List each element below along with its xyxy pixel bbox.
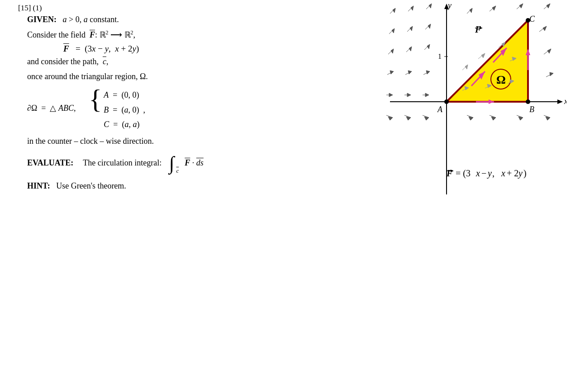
svg-text:x: x bbox=[475, 168, 480, 178]
brace-content: A = (0, 0) B = (a, 0) , C = (a, a) bbox=[104, 85, 145, 132]
svg-marker-45 bbox=[543, 26, 547, 31]
omega-label: Ω bbox=[496, 73, 506, 86]
point-a: A = (0, 0) bbox=[104, 88, 145, 102]
consider-line: Consider the field F: ℝ2 ⟶ ℝ2, bbox=[27, 28, 308, 41]
svg-marker-23 bbox=[426, 71, 430, 74]
svg-marker-39 bbox=[492, 6, 496, 10]
svg-marker-21 bbox=[408, 71, 412, 74]
once-around-line: once around the triangular region, Ω. bbox=[27, 71, 308, 83]
svg-marker-47 bbox=[547, 49, 551, 53]
y-tick-label: 1 bbox=[438, 52, 442, 60]
diagram: y x Ω A B bbox=[367, 0, 566, 217]
integral-subscript: c bbox=[176, 168, 179, 174]
consider-text: Consider the field F: ℝ2 ⟶ ℝ2, bbox=[27, 30, 135, 39]
evaluate-line: EVALUATE: The circulation integral: ∫ c … bbox=[27, 154, 308, 173]
svg-marker-13 bbox=[391, 49, 394, 53]
f-equation: F = (3x − y, x + 2y) bbox=[63, 44, 308, 54]
point-c: C = (a, a) bbox=[104, 118, 145, 132]
svg-text:+ 2: + 2 bbox=[507, 168, 518, 178]
field-svg: y x Ω A B bbox=[367, 0, 566, 217]
point-b: B = (a, 0) , bbox=[104, 103, 145, 117]
svg-marker-41 bbox=[519, 4, 523, 8]
svg-text:y: y bbox=[518, 168, 523, 179]
svg-marker-3 bbox=[411, 6, 414, 10]
boundary-line: ∂Ω = △ ABC, { A = (0, 0) B = (a, 0) , C … bbox=[27, 85, 308, 132]
svg-text:,: , bbox=[492, 168, 499, 178]
svg-marker-1 bbox=[393, 8, 395, 13]
integral-symbol: ∫ c bbox=[169, 154, 175, 173]
svg-text:y: y bbox=[487, 168, 492, 179]
text-content: GIVEN: a > 0, a constant. Consider the f… bbox=[27, 14, 308, 195]
svg-marker-57 bbox=[546, 117, 550, 120]
svg-marker-69 bbox=[465, 65, 468, 69]
svg-marker-19 bbox=[390, 71, 394, 74]
svg-text:−: − bbox=[481, 168, 486, 178]
page: [15] (1) GIVEN: a > 0, a constant. Consi… bbox=[0, 0, 580, 392]
x-axis-arrow bbox=[557, 99, 563, 104]
evaluate-label: EVALUATE: bbox=[27, 158, 73, 168]
svg-marker-71 bbox=[481, 53, 485, 58]
given-text: a > 0, a constant. bbox=[63, 15, 119, 24]
given-label: GIVEN: bbox=[27, 15, 57, 24]
svg-marker-17 bbox=[427, 44, 430, 49]
svg-marker-35 bbox=[424, 117, 429, 120]
point-a-label: A bbox=[437, 105, 443, 114]
path-line: and consider the path, c, bbox=[27, 56, 308, 68]
svg-marker-55 bbox=[518, 117, 523, 120]
svg-marker-7 bbox=[392, 28, 395, 33]
hint-line: HINT: Use Green's theorem. bbox=[27, 180, 308, 192]
svg-marker-49 bbox=[550, 72, 553, 76]
svg-text:= (3: = (3 bbox=[456, 168, 471, 179]
boundary-label: ∂Ω = △ ABC, bbox=[27, 102, 80, 114]
evaluate-text: The circulation integral: bbox=[83, 158, 162, 168]
svg-text:): ) bbox=[523, 168, 527, 179]
svg-marker-33 bbox=[406, 117, 411, 120]
svg-marker-25 bbox=[389, 93, 393, 97]
direction-line: in the counter – clock – wise direction. bbox=[27, 135, 308, 147]
svg-marker-29 bbox=[425, 93, 429, 97]
svg-marker-31 bbox=[388, 117, 393, 120]
point-c-dot bbox=[526, 18, 530, 23]
diagram-f-label: F bbox=[475, 24, 481, 34]
svg-text:F: F bbox=[446, 168, 453, 178]
svg-marker-37 bbox=[470, 8, 472, 13]
svg-marker-27 bbox=[407, 93, 411, 97]
integral-integrand: F · ds bbox=[185, 158, 204, 168]
svg-marker-53 bbox=[491, 117, 496, 120]
y-axis-label: y bbox=[447, 1, 452, 10]
svg-marker-43 bbox=[547, 4, 550, 8]
hint-text: Use Green's theorem. bbox=[56, 181, 126, 190]
brace-system: { A = (0, 0) B = (a, 0) , C = (a, a) bbox=[89, 85, 145, 132]
svg-marker-9 bbox=[410, 26, 413, 31]
svg-text:x: x bbox=[501, 168, 505, 178]
point-a-dot bbox=[444, 99, 449, 104]
svg-marker-5 bbox=[429, 4, 432, 8]
hint-label: HINT: bbox=[27, 181, 50, 190]
point-c-label: C bbox=[529, 14, 535, 24]
given-line: GIVEN: a > 0, a constant. bbox=[27, 14, 308, 26]
point-b-label: B bbox=[529, 105, 534, 114]
problem-number: [15] (1) bbox=[18, 4, 42, 13]
svg-marker-51 bbox=[469, 117, 473, 120]
point-b-dot bbox=[526, 99, 530, 104]
x-axis-label: x bbox=[564, 97, 566, 106]
svg-marker-15 bbox=[409, 47, 412, 51]
diagram-equation: F = (3 x − y , x + 2 y ) bbox=[446, 168, 527, 179]
svg-marker-11 bbox=[428, 24, 431, 28]
brace-left: { bbox=[89, 85, 102, 113]
